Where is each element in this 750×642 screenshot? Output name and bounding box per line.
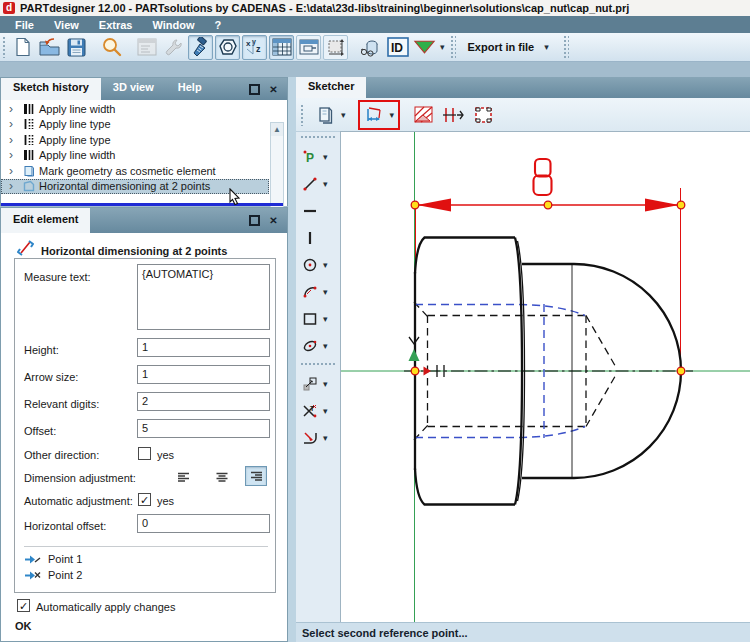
settings-button[interactable] (161, 35, 186, 60)
variables-button[interactable]: xyz (242, 35, 267, 60)
panel-maximize-button[interactable] (249, 84, 260, 95)
other-direction-checkbox[interactable] (138, 447, 151, 460)
scroll-up-button[interactable]: ▲ (271, 123, 283, 136)
distance-constraint-tool[interactable] (440, 102, 466, 128)
export-in-file-button[interactable]: Export in file ▾ (459, 37, 560, 57)
tool-strip-handle[interactable] (300, 135, 336, 140)
measure-frame-button[interactable] (323, 35, 348, 60)
rectangle-tool-icon (302, 311, 318, 327)
point-tool[interactable]: P ▾ (296, 143, 340, 170)
circle-tool-dropdown[interactable]: ▾ (321, 260, 330, 270)
cosmetic-element-tool[interactable] (313, 102, 339, 128)
properties-button[interactable] (134, 35, 159, 60)
ellipse-tool-dropdown[interactable]: ▾ (321, 341, 330, 351)
quick-export-button[interactable] (412, 35, 437, 60)
sketch-canvas[interactable]: 8 (340, 131, 750, 622)
ellipse-tool[interactable]: ▾ (296, 332, 340, 359)
automatic-adjustment-checkbox[interactable]: ✓ (138, 493, 151, 506)
new-document-button[interactable] (10, 35, 35, 60)
other-direction-label: Other direction: (24, 449, 99, 461)
sketcher-toolbar-handle[interactable] (300, 104, 305, 126)
height-input[interactable]: 1 (137, 338, 270, 357)
text-tool-dropdown[interactable]: ▾ (321, 406, 330, 416)
offset-input[interactable]: 5 (137, 419, 270, 438)
history-item[interactable]: › Apply line type (1, 117, 269, 133)
id-button[interactable]: ID (385, 35, 410, 60)
transform-tool-icon (302, 376, 318, 392)
menu-bar: File View Extras Window ? (0, 16, 750, 33)
tab-edit-element[interactable]: Edit element (1, 208, 90, 233)
tab-help[interactable]: Help (166, 78, 214, 100)
transform-tool[interactable]: ▾ (296, 370, 340, 397)
horizontal-offset-input[interactable]: 0 (137, 514, 270, 533)
tab-sketch-history[interactable]: Sketch history (1, 78, 101, 100)
circle-tool[interactable]: ▾ (296, 251, 340, 278)
cosmetic-tool-dropdown-arrow[interactable]: ▾ (339, 110, 348, 120)
vertical-line-tool[interactable] (296, 224, 340, 251)
tab-3d-view[interactable]: 3D view (101, 78, 166, 100)
menu-help[interactable]: ? (206, 18, 231, 32)
distance-constraint-icon (442, 107, 464, 123)
tab-sketcher[interactable]: Sketcher (296, 77, 366, 98)
horizontal-line-tool[interactable] (296, 197, 340, 224)
line-tool[interactable]: ▾ (296, 170, 340, 197)
rectangle-tool[interactable]: ▾ (296, 305, 340, 332)
menu-window[interactable]: Window (143, 18, 203, 32)
expander-chevron-icon[interactable]: › (9, 119, 19, 129)
sketch-mode-button[interactable] (215, 35, 240, 60)
history-item[interactable]: › Apply line type (1, 132, 269, 148)
sketch-history-list: › Apply line width › Apply line type › A… (1, 100, 287, 202)
transform-tool-dropdown[interactable]: ▾ (321, 379, 330, 389)
save-button[interactable] (64, 35, 89, 60)
panel-close-button[interactable]: ✕ (268, 215, 279, 226)
expander-chevron-icon[interactable]: › (9, 135, 19, 145)
expander-chevron-icon[interactable]: › (9, 104, 19, 114)
align-right-button[interactable] (245, 466, 267, 486)
sketcher-tool-strip: P ▾ ▾ ▾ ▾ ▾ ▾ ▾ (296, 131, 340, 622)
point1-row[interactable]: Point 1 (25, 553, 82, 565)
history-item[interactable]: › Apply line width (1, 148, 269, 164)
menu-extras[interactable]: Extras (90, 18, 142, 32)
arrow-size-input[interactable]: 1 (137, 365, 270, 384)
arc-tool[interactable]: ▾ (296, 278, 340, 305)
fillet-tool[interactable]: ▾ (296, 424, 340, 451)
menu-file[interactable]: File (6, 18, 43, 32)
zoom-button[interactable] (99, 35, 124, 60)
history-item[interactable]: › Mark geometry as cosmetic element (1, 163, 269, 179)
point2-row[interactable]: Point 2 (25, 569, 82, 581)
text-tool[interactable]: T ▾ (296, 397, 340, 424)
history-item[interactable]: › Apply line width (1, 101, 269, 117)
align-center-button[interactable] (211, 467, 233, 487)
relevant-digits-input[interactable]: 2 (137, 392, 270, 411)
export-dropdown-arrow: ▾ (542, 42, 551, 52)
panel-splitter[interactable] (288, 77, 296, 642)
menu-view[interactable]: View (45, 18, 88, 32)
point1-label: Point 1 (48, 553, 82, 565)
preview-window-button[interactable] (296, 35, 321, 60)
panel-maximize-button[interactable] (249, 215, 260, 226)
arc-tool-dropdown[interactable]: ▾ (321, 287, 330, 297)
line-tool-dropdown[interactable]: ▾ (321, 179, 330, 189)
screw-mode-button[interactable] (188, 35, 213, 60)
panel-close-button[interactable]: ✕ (268, 84, 279, 95)
expander-chevron-icon[interactable]: › (9, 150, 19, 160)
3d-preview-button[interactable] (358, 35, 383, 60)
tool-strip-handle[interactable] (300, 362, 336, 367)
auto-apply-checkbox[interactable]: ✓ (17, 599, 30, 612)
point-tool-dropdown[interactable]: ▾ (321, 152, 330, 162)
frame-tool[interactable] (470, 102, 496, 128)
toolbar-drag-handle[interactable] (2, 36, 7, 58)
table-view-button[interactable] (269, 35, 294, 60)
sketch-hexagon-icon (218, 37, 238, 57)
fillet-tool-dropdown[interactable]: ▾ (321, 433, 330, 443)
open-file-button[interactable] (37, 35, 62, 60)
expander-chevron-icon[interactable]: › (9, 166, 19, 176)
dimension-tool-active[interactable] (362, 102, 388, 128)
dimension-tool-dropdown-arrow[interactable]: ▾ (388, 110, 397, 120)
quick-export-dropdown-arrow[interactable]: ▾ (438, 42, 447, 52)
measure-text-input[interactable]: {AUTOMATIC} (137, 264, 270, 330)
expander-chevron-icon[interactable]: › (9, 181, 19, 191)
hatch-tool[interactable] (410, 102, 436, 128)
rectangle-tool-dropdown[interactable]: ▾ (321, 314, 330, 324)
align-left-button[interactable] (173, 467, 195, 487)
